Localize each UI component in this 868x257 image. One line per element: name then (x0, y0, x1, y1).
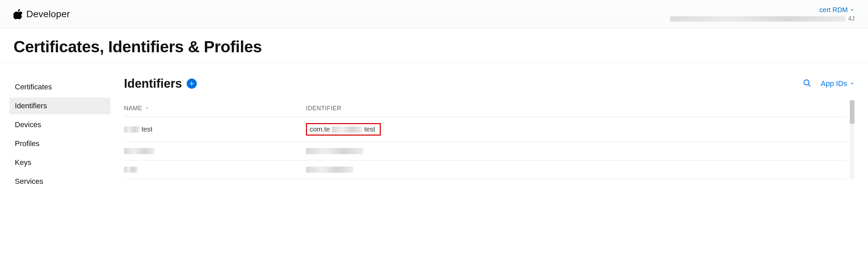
table-row[interactable] (124, 161, 846, 179)
account-switcher[interactable]: cert RDM (670, 6, 855, 14)
column-label: IDENTIFIER (306, 105, 341, 112)
sidebar-item-label: Identifiers (15, 102, 47, 110)
sidebar-item-services[interactable]: Services (9, 173, 111, 190)
sidebar-item-devices[interactable]: Devices (9, 116, 111, 133)
cell-name (124, 167, 306, 173)
account-area: cert RDM 4J (670, 6, 855, 22)
sidebar-item-label: Certificates (15, 83, 52, 91)
chevron-down-icon (850, 81, 855, 86)
identifiers-table: NAME IDENTIFIER test com.te test (124, 100, 855, 179)
cell-name: test (124, 125, 306, 133)
page-title-wrap: Certificates, Identifiers & Profiles (0, 29, 868, 63)
redacted-text (306, 148, 363, 154)
plus-icon (189, 81, 195, 87)
cell-identifier (306, 148, 846, 154)
column-identifier[interactable]: IDENTIFIER (306, 105, 846, 112)
redacted-team-text (670, 16, 845, 22)
svg-line-1 (808, 84, 810, 86)
brand[interactable]: Developer (13, 9, 70, 20)
redacted-text (306, 167, 353, 173)
scrollbar-thumb[interactable] (850, 100, 855, 124)
name-suffix: test (142, 125, 152, 133)
sidebar-item-label: Devices (15, 120, 41, 129)
column-label: NAME (124, 105, 142, 112)
table-row[interactable]: test com.te test (124, 117, 846, 142)
main-head-right: App IDs (803, 79, 855, 89)
cell-identifier (306, 167, 846, 173)
add-identifier-button[interactable] (187, 79, 197, 89)
sidebar-item-keys[interactable]: Keys (9, 154, 111, 171)
search-icon (803, 79, 811, 87)
sidebar-item-profiles[interactable]: Profiles (9, 135, 111, 152)
page-title: Certificates, Identifiers & Profiles (13, 37, 855, 56)
sort-caret-icon (145, 105, 149, 112)
top-header: Developer cert RDM 4J (0, 0, 868, 29)
sidebar: Certificates Identifiers Devices Profile… (9, 77, 111, 192)
identifier-suffix: test (364, 125, 375, 133)
chevron-down-icon (850, 8, 855, 12)
sidebar-item-identifiers[interactable]: Identifiers (9, 97, 111, 114)
redacted-text (124, 167, 137, 173)
identifier-prefix: com.te (310, 125, 330, 133)
main: Identifiers App IDs (124, 77, 855, 179)
main-head: Identifiers App IDs (124, 77, 855, 91)
content: Certificates Identifiers Devices Profile… (0, 63, 868, 192)
cell-name (124, 148, 306, 154)
brand-text: Developer (26, 9, 70, 20)
table-row[interactable] (124, 142, 846, 161)
section-title: Identifiers (124, 77, 182, 91)
redacted-text (332, 126, 362, 133)
sidebar-item-label: Services (15, 177, 43, 185)
account-name: cert RDM (819, 6, 848, 14)
scrollbar-track[interactable] (850, 100, 855, 179)
cell-identifier: com.te test (306, 123, 846, 136)
main-head-left: Identifiers (124, 77, 197, 91)
sidebar-item-certificates[interactable]: Certificates (9, 79, 111, 95)
team-line: 4J (670, 15, 855, 22)
identifier-highlight-box: com.te test (306, 123, 381, 136)
redacted-text (124, 148, 154, 154)
sidebar-item-label: Keys (15, 158, 31, 167)
table-header: NAME IDENTIFIER (124, 100, 846, 117)
search-button[interactable] (803, 79, 811, 89)
identifier-type-filter[interactable]: App IDs (821, 79, 855, 88)
column-name[interactable]: NAME (124, 105, 306, 112)
apple-logo-icon (13, 9, 22, 19)
sidebar-item-label: Profiles (15, 139, 39, 148)
filter-label: App IDs (821, 79, 847, 88)
team-suffix: 4J (848, 15, 855, 22)
redacted-text (124, 126, 140, 133)
